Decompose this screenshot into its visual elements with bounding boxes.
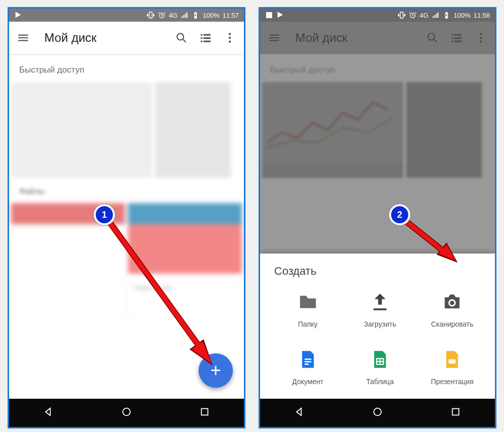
status-bar: 4G 100% 11:58 (260, 9, 495, 22)
clock: 11:57 (222, 12, 239, 19)
annotation-badge-1: 1 (94, 204, 115, 225)
slides-icon (442, 346, 462, 373)
phone-screenshot-2: 4G 100% 11:58 Мой диск Быстрый доступ (259, 7, 496, 428)
battery-icon (443, 11, 451, 19)
svg-point-9 (123, 408, 131, 416)
doc-label: Документ (292, 378, 324, 386)
svg-rect-22 (304, 363, 308, 365)
status-bar: 4G 100% 11:57 (9, 9, 244, 22)
svg-point-31 (374, 408, 382, 416)
appbar-title: Мой диск (44, 31, 164, 45)
vibrate-icon (147, 11, 155, 19)
quick-access-heading: Быстрый доступ (9, 54, 244, 82)
alarm-icon (158, 11, 166, 19)
annotation-badge-2: 2 (389, 204, 410, 225)
battery-label: 100% (454, 12, 470, 19)
clock: 11:58 (473, 12, 490, 19)
app-indicator-icon (276, 11, 284, 19)
create-bottom-sheet: Создать Папку Загрузить Сканировать Доку… (260, 254, 495, 399)
more-button[interactable] (223, 31, 237, 45)
create-doc[interactable]: Документ (274, 347, 341, 386)
svg-rect-10 (202, 409, 208, 415)
svg-point-2 (229, 33, 231, 35)
nav-back[interactable] (43, 406, 54, 419)
slides-label: Презентация (431, 378, 474, 386)
svg-rect-20 (304, 358, 311, 360)
scan[interactable]: Сканировать (419, 290, 486, 328)
nav-recent[interactable] (450, 406, 461, 419)
list-view-icon (199, 31, 212, 44)
files-row (9, 200, 244, 277)
sheets-icon (370, 346, 390, 373)
svg-rect-21 (304, 361, 311, 362)
drive-content[interactable]: Быстрый доступ Файлы Новая форма (9, 54, 244, 399)
fab-create[interactable]: + (199, 353, 233, 388)
svg-point-4 (229, 40, 231, 42)
sheet-title: Создать (274, 265, 486, 278)
svg-rect-32 (453, 409, 459, 415)
create-folder-label: Папку (298, 320, 318, 328)
hamburger-icon (17, 31, 30, 44)
signal-label: 4G (420, 12, 428, 19)
more-vert-icon (223, 31, 236, 44)
svg-point-3 (229, 37, 231, 39)
vibrate-icon (398, 11, 406, 19)
signal-icon (180, 11, 188, 19)
nav-home[interactable] (121, 406, 132, 419)
app-indicator-icon (14, 11, 22, 19)
quick-access-grid (9, 82, 244, 178)
image-indicator-icon (265, 11, 273, 19)
search-button[interactable] (174, 31, 188, 45)
folder-icon (295, 291, 321, 313)
sheet-label: Таблица (366, 378, 394, 386)
upload[interactable]: Загрузить (346, 290, 413, 328)
alarm-icon (409, 11, 417, 19)
menu-button[interactable] (16, 31, 30, 45)
upload-label: Загрузить (364, 320, 396, 328)
svg-point-19 (450, 300, 455, 305)
android-nav-bar (260, 399, 495, 427)
upload-icon (369, 291, 391, 313)
create-sheet[interactable]: Таблица (346, 347, 413, 386)
svg-rect-26 (449, 359, 456, 363)
battery-icon (192, 11, 200, 19)
files-row-2: Новая форма (9, 277, 244, 324)
search-icon (175, 31, 188, 44)
plus-icon: + (210, 360, 221, 381)
app-bar: Мой диск (9, 22, 244, 54)
nav-recent[interactable] (199, 406, 210, 419)
signal-label: 4G (169, 12, 177, 19)
camera-icon (439, 291, 465, 313)
android-nav-bar (9, 399, 244, 427)
signal-icon (431, 11, 439, 19)
svg-rect-11 (266, 12, 272, 18)
new-form-label: Новая форма (134, 284, 172, 291)
phone-screenshot-1: 4G 100% 11:57 Мой диск Быстрый доступ Фа… (8, 7, 245, 428)
svg-point-1 (177, 33, 183, 40)
create-folder[interactable]: Папку (274, 290, 341, 328)
battery-label: 100% (203, 12, 219, 19)
docs-icon (298, 346, 318, 373)
nav-home[interactable] (372, 406, 383, 419)
scan-label: Сканировать (431, 320, 473, 328)
files-heading: Файлы (9, 178, 244, 200)
create-slides[interactable]: Презентация (419, 347, 486, 386)
view-toggle-button[interactable] (199, 31, 213, 45)
nav-back[interactable] (294, 406, 305, 419)
